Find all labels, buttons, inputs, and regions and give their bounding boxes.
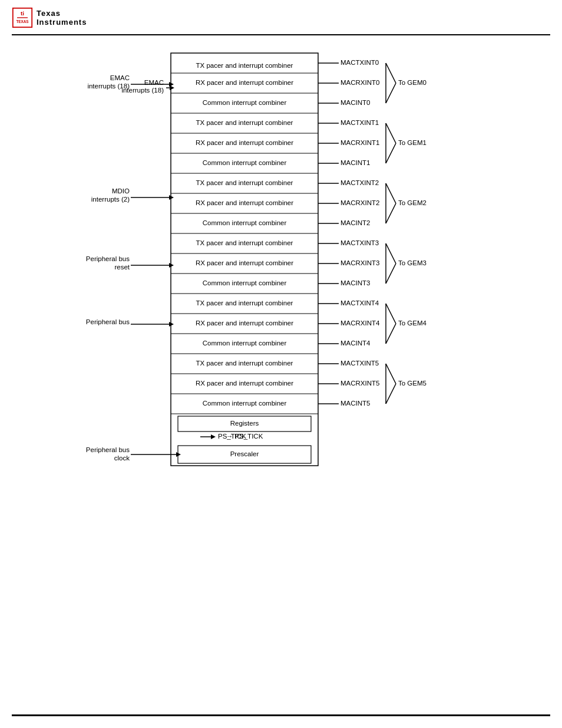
- gem1-label: To GEM1: [398, 139, 427, 146]
- bottom-rule: [12, 714, 550, 716]
- row-13-text: RX pacer and interrupt combiner: [196, 319, 293, 327]
- row-3-text: TX pacer and interrupt combiner: [196, 119, 293, 126]
- sig-name-7: MACRXINT2: [340, 199, 379, 206]
- gem2-bracket-bot: [386, 203, 396, 223]
- row-12-text: TX pacer and interrupt combiner: [196, 299, 293, 307]
- sig-name-4: MACRXINT1: [340, 139, 379, 146]
- row-8-text: Common interrupt combiner: [203, 219, 287, 226]
- gem0-bracket-top: [386, 63, 396, 83]
- gem5-bracket-bot: [386, 384, 396, 404]
- sig-name-9: MACTXINT3: [340, 239, 379, 246]
- gem4-bracket-top: [386, 304, 396, 324]
- sig-name-17: MACINT5: [340, 400, 370, 407]
- gem4-bracket-bot: [386, 324, 396, 344]
- periph-clk-text-2: clock: [114, 454, 130, 462]
- svg-text:TEXAS: TEXAS: [16, 19, 29, 24]
- block-diagram: TX pacer and interrupt combiner RX pacer…: [0, 41, 562, 572]
- registers-text: Registers: [230, 420, 259, 427]
- emac-label: EMAC: [144, 79, 164, 86]
- row-1-text: RX pacer and interrupt combiner: [196, 79, 293, 86]
- row-17-text: Common interrupt combiner: [203, 400, 287, 407]
- row-6-text: TX pacer and interrupt combiner: [196, 179, 293, 186]
- sig-name-14: MACINT4: [340, 340, 371, 347]
- row-2-text: Common interrupt combiner: [203, 99, 287, 106]
- sig-name-3: MACTXINT1: [340, 119, 379, 126]
- ti-logo-text: Texas Instruments: [37, 9, 87, 27]
- emac-text-1: EMAC: [110, 74, 130, 81]
- periph-reset-text-1: Peripheral bus: [86, 255, 130, 262]
- header: ti TEXAS Texas Instruments: [0, 0, 562, 28]
- row-0-text: TX pacer and interrupt combiner: [196, 62, 293, 69]
- gem3-label: To GEM3: [398, 259, 427, 266]
- top-rule: [12, 34, 550, 35]
- gem0-label: To GEM0: [398, 79, 427, 86]
- row-15-text: TX pacer and interrupt combiner: [196, 360, 293, 367]
- gem1-bracket-bot: [386, 143, 396, 163]
- gem4-label: To GEM4: [398, 319, 427, 327]
- gem2-bracket-top: [386, 183, 396, 203]
- row-16-text: RX pacer and interrupt combiner: [196, 380, 293, 387]
- mdio-text-2: interrupts (2): [91, 196, 130, 203]
- periph-clk-text-1: Peripheral bus: [86, 446, 130, 453]
- gem0-bracket-bot: [386, 83, 396, 103]
- gem5-label: To GEM5: [398, 380, 427, 387]
- row-4-text: RX pacer and interrupt combiner: [196, 139, 293, 146]
- sig-name-12: MACTXINT4: [340, 299, 379, 307]
- sig-name-0: MACTXINT0: [340, 59, 379, 66]
- gem1-bracket-top: [386, 123, 396, 143]
- row-7-text: RX pacer and interrupt combiner: [196, 199, 293, 206]
- mdio-text-1: MDIO: [112, 187, 130, 195]
- gem2-label: To GEM2: [398, 199, 427, 206]
- ti-logo-icon: ti TEXAS: [12, 7, 33, 28]
- gem5-bracket-top: [386, 364, 396, 384]
- row-5-text: Common interrupt combiner: [203, 159, 287, 166]
- gem3-bracket-bot: [386, 263, 396, 284]
- sig-name-5: MACINT1: [340, 159, 370, 166]
- row-10-text: RX pacer and interrupt combiner: [196, 259, 293, 266]
- sig-name-11: MACINT3: [340, 279, 370, 286]
- sig-name-15: MACTXINT5: [340, 360, 379, 367]
- sig-name-10: MACRXINT3: [340, 259, 379, 266]
- pstick-text: PS_TICK: [218, 433, 246, 440]
- sig-name-8: MACINT2: [340, 219, 370, 226]
- row-14-text: Common interrupt combiner: [203, 340, 287, 347]
- periph-reset-text-2: reset: [114, 263, 130, 271]
- gem3-bracket-top: [386, 243, 396, 263]
- row-11-text: Common interrupt combiner: [203, 279, 287, 286]
- emac-text-2: interrupts (18): [87, 83, 130, 90]
- ti-logo: ti TEXAS Texas Instruments: [12, 7, 87, 28]
- sig-name-1: MACRXINT0: [340, 79, 379, 86]
- sig-name-13: MACRXINT4: [340, 319, 380, 327]
- svg-text:ti: ti: [21, 10, 24, 17]
- row-9-text: TX pacer and interrupt combiner: [196, 239, 293, 246]
- periph-bus-text-1: Peripheral bus: [86, 318, 130, 325]
- sig-name-6: MACTXINT2: [340, 179, 379, 186]
- sig-name-2: MACINT0: [340, 99, 370, 106]
- prescaler-text: Prescaler: [230, 450, 259, 457]
- sig-name-16: MACRXINT5: [340, 380, 379, 387]
